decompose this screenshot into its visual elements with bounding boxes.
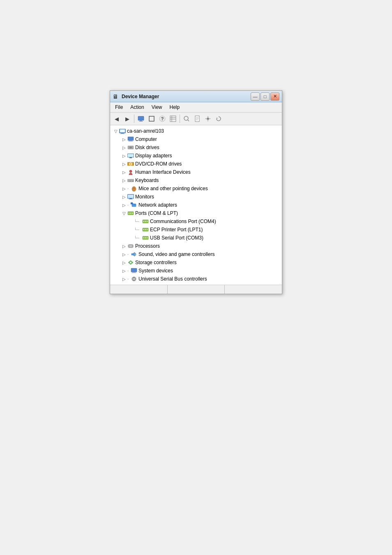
computer-expander[interactable] xyxy=(121,136,127,143)
lpt1-icon xyxy=(142,226,149,233)
svg-rect-70 xyxy=(129,245,132,247)
processors-icon xyxy=(127,243,134,249)
separator-2 xyxy=(180,115,180,123)
help-icon-btn[interactable]: ? xyxy=(157,114,167,124)
title-bar-left: 🖥 Device Manager xyxy=(113,93,159,100)
mice-icon xyxy=(131,185,137,192)
root-item[interactable]: ca-san-amrel103 Computer xyxy=(112,127,280,283)
storage-expander[interactable] xyxy=(121,259,127,266)
network-dash: - xyxy=(127,203,131,207)
svg-rect-79 xyxy=(131,268,137,272)
svg-marker-77 xyxy=(131,252,135,256)
monitors-item[interactable]: Monitors xyxy=(120,193,280,201)
minimize-button[interactable]: — xyxy=(251,92,260,101)
svg-rect-22 xyxy=(128,137,134,140)
usb-item[interactable]: - Universal Serial Bus controllers xyxy=(120,275,280,283)
device-manager-window: 🖥 Device Manager — □ ✕ File Action View … xyxy=(110,90,282,294)
disk-drives-label: Disk drives xyxy=(135,145,159,150)
menu-action[interactable]: Action xyxy=(127,103,147,111)
close-button[interactable]: ✕ xyxy=(270,92,279,101)
display-adapters-label: Display adapters xyxy=(135,153,172,159)
keyboards-expander[interactable] xyxy=(121,177,127,184)
svg-rect-0 xyxy=(138,116,144,120)
svg-rect-24 xyxy=(128,141,133,142)
gear-icon-btn[interactable] xyxy=(203,114,213,124)
menu-help[interactable]: Help xyxy=(166,103,183,111)
keyboards-item[interactable]: Keyboards xyxy=(120,176,280,184)
display-adapters-expander[interactable] xyxy=(121,152,127,159)
computer-label: Computer xyxy=(135,136,157,142)
dvdcd-expander[interactable] xyxy=(121,161,127,167)
network-icon xyxy=(131,202,137,208)
hid-expander[interactable] xyxy=(121,169,127,175)
window-title: Device Manager xyxy=(122,94,159,99)
computer-icon-btn[interactable] xyxy=(136,114,146,124)
sound-expander[interactable] xyxy=(121,251,127,258)
square-icon-btn[interactable] xyxy=(147,114,157,124)
root-expander[interactable] xyxy=(113,128,119,134)
monitors-label: Monitors xyxy=(135,194,154,200)
menu-view[interactable]: View xyxy=(148,103,166,111)
svg-point-10 xyxy=(184,116,188,120)
search-icon-btn[interactable] xyxy=(182,114,191,124)
system-label: System devices xyxy=(138,268,173,274)
system-expander[interactable] xyxy=(121,267,127,274)
display-adapters-item[interactable]: Display adapters xyxy=(120,152,280,160)
storage-item[interactable]: Storage controllers xyxy=(120,258,280,267)
hid-item[interactable]: Human Interface Devices xyxy=(120,168,280,176)
com3-item[interactable]: └─ USB Serial Port (COM3) xyxy=(133,234,280,242)
svg-point-56 xyxy=(132,213,133,214)
back-button[interactable]: ◀ xyxy=(112,114,122,124)
com4-connector: └─ xyxy=(134,219,142,223)
monitors-expander[interactable] xyxy=(121,193,127,200)
sound-label: Sound, video and game controllers xyxy=(138,251,214,257)
storage-icon xyxy=(127,259,134,266)
processors-item[interactable]: Processors xyxy=(120,242,280,250)
monitors-icon xyxy=(127,193,134,200)
maximize-button[interactable]: □ xyxy=(261,92,270,101)
com3-icon xyxy=(142,235,149,241)
lpt1-item[interactable]: └─ ECP Printer Port (LPT1) xyxy=(133,226,280,234)
disk-drives-item[interactable]: Disk drives xyxy=(120,143,280,152)
ports-item[interactable]: Ports (COM & LPT) └─ Communic xyxy=(120,209,280,242)
network-expander[interactable] xyxy=(121,202,127,208)
mice-expander[interactable] xyxy=(121,185,127,192)
forward-button[interactable]: ▶ xyxy=(122,114,132,124)
sound-item[interactable]: - Sound, video and game controllers xyxy=(120,250,280,258)
doc-icon-btn[interactable] xyxy=(192,114,202,124)
svg-rect-28 xyxy=(128,154,134,157)
keyboards-icon xyxy=(127,177,134,184)
network-item[interactable]: - Network adapters xyxy=(120,201,280,209)
svg-rect-21 xyxy=(120,129,125,132)
com4-item[interactable]: └─ Communications Port (COM4) xyxy=(133,217,280,226)
svg-rect-36 xyxy=(129,180,130,180)
system-item[interactable]: - System devices xyxy=(120,267,280,275)
svg-rect-42 xyxy=(131,181,134,182)
disk-drives-expander[interactable] xyxy=(121,144,127,151)
status-bar xyxy=(110,285,282,294)
usb-expander[interactable] xyxy=(121,276,127,282)
svg-point-67 xyxy=(145,237,146,238)
svg-rect-40 xyxy=(128,181,129,182)
disk-drives-icon xyxy=(127,144,134,151)
ports-label: Ports (COM & LPT) xyxy=(135,210,178,216)
computer-item[interactable]: Computer xyxy=(120,135,280,143)
svg-text:?: ? xyxy=(161,116,164,121)
processors-label: Processors xyxy=(135,243,160,249)
svg-point-78 xyxy=(130,262,131,263)
svg-rect-51 xyxy=(131,203,133,204)
table-icon-btn[interactable] xyxy=(168,114,178,124)
svg-point-62 xyxy=(143,229,144,230)
mice-label: Mice and other pointing devices xyxy=(138,186,208,191)
menu-file[interactable]: File xyxy=(112,103,126,111)
svg-rect-48 xyxy=(129,198,132,199)
dvdcd-item[interactable]: DVD/CD-ROM drives xyxy=(120,160,280,168)
refresh-icon-btn[interactable] xyxy=(214,114,224,124)
com3-connector: └─ xyxy=(134,236,142,240)
ports-expander[interactable] xyxy=(121,210,127,216)
svg-rect-35 xyxy=(128,180,129,180)
window-icon: 🖥 xyxy=(113,93,119,100)
processors-expander[interactable] xyxy=(121,243,127,249)
svg-point-59 xyxy=(145,221,146,222)
mice-item[interactable]: - Mice and other pointing devices xyxy=(120,184,280,193)
